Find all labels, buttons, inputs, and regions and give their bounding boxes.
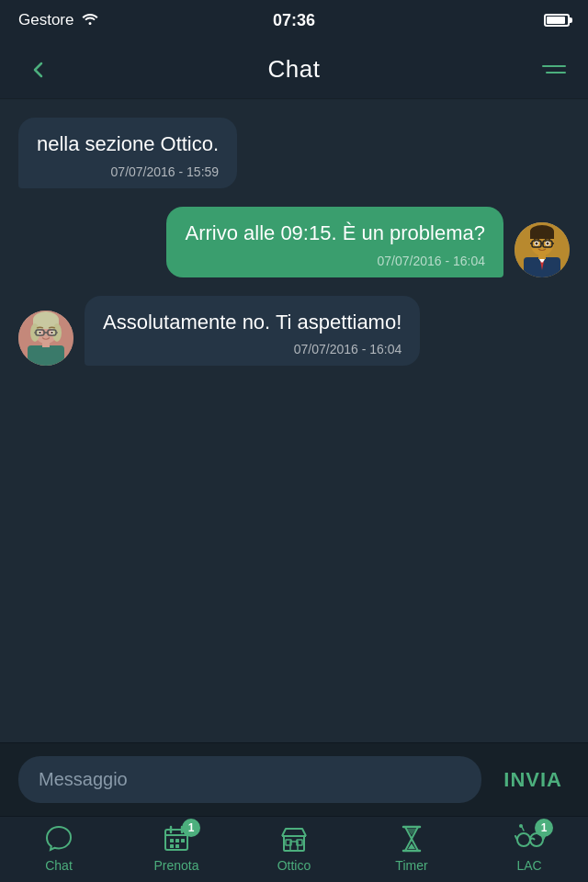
- svg-point-14: [536, 242, 538, 244]
- nav-item-prenota[interactable]: 1 Prenota: [140, 822, 213, 873]
- wifi-icon: [81, 11, 99, 29]
- message-bubble: Assolutamente no. Ti aspettiamo! 07/07/2…: [85, 296, 420, 367]
- svg-rect-42: [175, 844, 179, 848]
- nav-item-chat[interactable]: Chat: [22, 822, 96, 873]
- status-time: 07:36: [273, 11, 315, 30]
- svg-rect-41: [170, 844, 174, 848]
- battery-indicator: [544, 14, 570, 27]
- menu-button[interactable]: [533, 53, 566, 86]
- svg-rect-43: [284, 836, 304, 851]
- send-button[interactable]: INVIA: [496, 768, 570, 792]
- store-icon: [277, 822, 311, 855]
- svg-point-50: [517, 833, 530, 846]
- svg-line-53: [515, 836, 517, 840]
- lac-badge: 1: [535, 819, 553, 837]
- svg-rect-7: [530, 232, 554, 239]
- message-text: nella sezione Ottico.: [37, 130, 219, 159]
- message-row: nella sezione Ottico. 07/07/2016 - 15:59: [18, 118, 570, 188]
- svg-line-55: [522, 827, 524, 831]
- svg-point-33: [51, 332, 52, 334]
- chat-area: nella sezione Ottico. 07/07/2016 - 15:59…: [0, 99, 588, 742]
- timer-icon: [395, 822, 428, 855]
- menu-line-1: [542, 65, 566, 67]
- message-row: Arrivo alle 09:15. È un problema? 07/07/…: [18, 207, 570, 277]
- message-input[interactable]: [18, 756, 481, 803]
- message-text: Arrivo alle 09:15. È un problema?: [185, 220, 485, 248]
- status-carrier: Gestore: [18, 11, 99, 29]
- chat-icon: [42, 822, 75, 855]
- menu-line-2: [546, 72, 566, 74]
- svg-point-31: [39, 332, 40, 334]
- nav-item-ottico[interactable]: Ottico: [257, 822, 331, 873]
- svg-rect-38: [170, 839, 174, 842]
- header: Chat: [0, 40, 588, 99]
- svg-point-57: [519, 824, 523, 828]
- message-bubble: Arrivo alle 09:15. È un problema? 07/07/…: [166, 207, 503, 277]
- nav-label-ottico: Ottico: [277, 858, 311, 873]
- svg-rect-39: [175, 839, 179, 842]
- svg-rect-40: [181, 839, 185, 842]
- nav-item-lac[interactable]: 1 LAC: [492, 822, 566, 873]
- message-timestamp: 07/07/2016 - 15:59: [37, 164, 219, 179]
- message-timestamp: 07/07/2016 - 16:04: [103, 342, 401, 356]
- avatar: [18, 311, 74, 366]
- message-bubble: nella sezione Ottico. 07/07/2016 - 15:59: [18, 118, 237, 188]
- input-area: INVIA: [0, 742, 588, 816]
- nav-item-timer[interactable]: Timer: [375, 822, 448, 873]
- back-button[interactable]: [22, 53, 55, 86]
- svg-point-16: [547, 242, 549, 244]
- message-text: Assolutamente no. Ti aspettiamo!: [103, 309, 401, 337]
- avatar: [514, 222, 570, 277]
- battery-icon: [544, 14, 570, 27]
- bottom-nav: Chat 1 Prenota: [0, 816, 588, 882]
- page-title: Chat: [268, 55, 321, 84]
- nav-label-lac: LAC: [516, 858, 541, 873]
- carrier-label: Gestore: [18, 11, 74, 29]
- svg-rect-18: [28, 345, 64, 366]
- nav-label-chat: Chat: [45, 858, 73, 873]
- message-row: Assolutamente no. Ti aspettiamo! 07/07/2…: [18, 296, 570, 367]
- nav-label-timer: Timer: [395, 858, 427, 873]
- message-timestamp: 07/07/2016 - 16:04: [185, 254, 485, 268]
- status-bar: Gestore 07:36: [0, 0, 588, 40]
- battery-fill: [547, 17, 565, 24]
- nav-label-prenota: Prenota: [153, 858, 198, 873]
- prenota-badge: 1: [182, 819, 200, 837]
